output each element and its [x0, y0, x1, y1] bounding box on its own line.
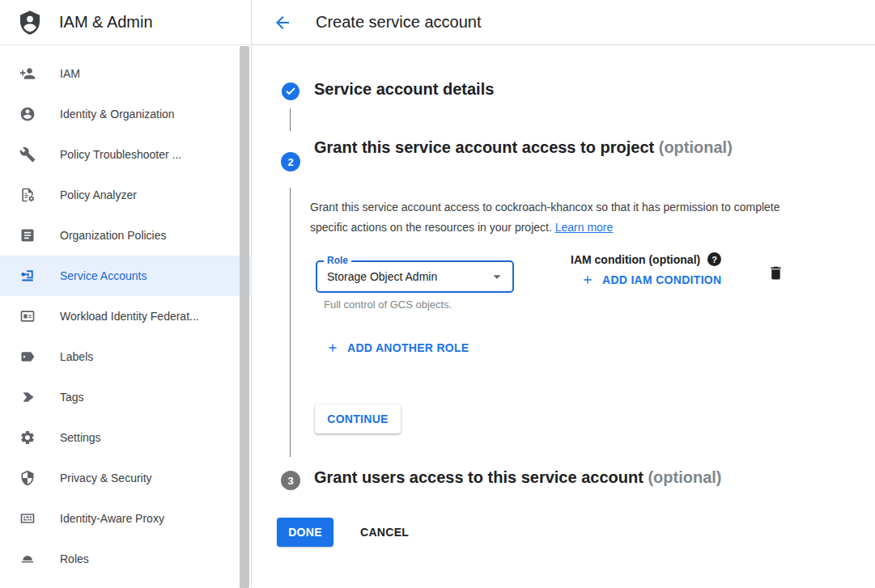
product-title: IAM & Admin [59, 13, 153, 32]
sidebar-item-organization-policies[interactable]: Organization Policies [0, 215, 251, 256]
label-tag-icon [19, 349, 36, 365]
role-helper-text: Full control of GCS objects. [324, 298, 452, 311]
iam-admin-shield-icon [17, 10, 43, 36]
sidebar-item-label: Service Accounts [60, 269, 147, 282]
sidebar-item-label: Roles [60, 552, 89, 565]
step2-optional-label: (optional) [659, 138, 733, 156]
sidebar-item-service-accounts[interactable]: Service Accounts [0, 256, 251, 296]
step3-number-badge: 3 [281, 471, 300, 490]
add-iam-condition-button[interactable]: ADD IAM CONDITION [581, 273, 721, 286]
step1-completed-check-icon [281, 82, 300, 101]
role-select-label: Role [324, 255, 351, 266]
shield-half-icon [19, 470, 36, 486]
sidebar-item-label: Identity & Organization [60, 108, 175, 121]
sidebar: IAM & Admin IAMIdentity & OrganizationPo… [0, 0, 252, 588]
arrow-left-icon [273, 23, 292, 35]
continue-button[interactable]: CONTINUE [315, 404, 401, 434]
sidebar-item-label: Policy Troubleshooter ... [60, 148, 181, 161]
sidebar-item-label: Privacy & Security [60, 472, 152, 484]
hard-hat-icon [19, 551, 36, 567]
account-circle-icon [19, 106, 36, 122]
sidebar-item-label: Workload Identity Federat... [60, 310, 199, 323]
stepper-connector [290, 188, 291, 457]
sidebar-item-policy-troubleshooter[interactable]: Policy Troubleshooter ... [0, 134, 251, 175]
add-iam-condition-label: ADD IAM CONDITION [602, 273, 721, 286]
sidebar-nav: IAMIdentity & OrganizationPolicy Trouble… [0, 45, 251, 579]
help-icon[interactable]: ? [707, 252, 721, 266]
step1-title[interactable]: Service account details [314, 80, 494, 99]
role-select[interactable]: Role Storage Object Admin [316, 260, 514, 293]
document-lines-icon [19, 227, 36, 243]
plus-icon [326, 341, 339, 354]
add-another-role-label: ADD ANOTHER ROLE [347, 341, 469, 354]
policy-analyzer-icon [19, 187, 36, 203]
step3-title-text: Grant users access to this service accou… [314, 468, 644, 486]
sidebar-item-identity-organization[interactable]: Identity & Organization [0, 94, 251, 134]
sidebar-item-label: Tags [60, 391, 84, 404]
page-title: Create service account [316, 13, 482, 32]
sidebar-item-privacy-security[interactable]: Privacy & Security [0, 458, 251, 498]
step3-title: Grant users access to this service accou… [314, 468, 873, 487]
step2-number-badge: 2 [281, 152, 300, 171]
learn-more-link[interactable]: Learn more [555, 221, 614, 234]
trash-icon [767, 272, 784, 284]
step2-title-text: Grant this service account access to pro… [314, 138, 654, 156]
sidebar-item-label: IAM [60, 67, 80, 80]
sidebar-item-label: Settings [60, 431, 101, 444]
proxy-wall-icon [19, 510, 36, 527]
add-another-role-button[interactable]: ADD ANOTHER ROLE [326, 341, 469, 354]
chevron-down-icon [488, 268, 506, 286]
sidebar-item-label: Policy Analyzer [60, 188, 137, 201]
sidebar-item-roles[interactable]: Roles [0, 539, 251, 579]
cancel-button[interactable]: CANCEL [360, 518, 409, 547]
step2-description-text: Grant this service account access to coc… [310, 201, 780, 234]
plus-icon [581, 273, 594, 286]
tag-arrow-icon [19, 389, 36, 405]
sidebar-item-policy-analyzer[interactable]: Policy Analyzer [0, 175, 251, 215]
done-button[interactable]: DONE [277, 518, 333, 547]
sidebar-scrollbar-thumb[interactable] [240, 46, 249, 588]
sidebar-item-iam[interactable]: IAM [0, 53, 251, 94]
step3-optional-label: (optional) [648, 468, 721, 486]
page-header: Create service account [252, 0, 875, 45]
iam-condition-label: IAM condition (optional) [571, 253, 700, 266]
sidebar-item-labels[interactable]: Labels [0, 336, 251, 377]
back-button[interactable] [273, 13, 292, 32]
iam-condition-header: IAM condition (optional) ? [571, 252, 721, 266]
wrench-icon [19, 146, 36, 163]
step2-title: Grant this service account access to pro… [314, 135, 779, 159]
step2-description: Grant this service account access to coc… [310, 197, 808, 238]
sidebar-item-label: Identity-Aware Proxy [60, 512, 164, 525]
sidebar-header: IAM & Admin [0, 0, 251, 45]
badge-card-icon [19, 308, 36, 324]
sidebar-item-identity-aware-proxy[interactable]: Identity-Aware Proxy [0, 498, 251, 539]
stepper-connector [290, 108, 291, 131]
sidebar-item-tags[interactable]: Tags [0, 377, 251, 417]
sidebar-item-label: Labels [60, 350, 93, 363]
gear-icon [19, 429, 36, 446]
service-account-key-icon [19, 268, 36, 284]
sidebar-item-settings[interactable]: Settings [0, 417, 251, 458]
create-service-account-form: Service account details 2 Grant this ser… [252, 45, 875, 588]
sidebar-item-workload-identity-federation[interactable]: Workload Identity Federat... [0, 296, 251, 336]
sidebar-item-label: Organization Policies [60, 229, 167, 242]
role-select-value: Storage Object Admin [327, 270, 437, 283]
delete-role-button[interactable] [767, 264, 784, 282]
person-add-icon [19, 66, 36, 82]
app-root: IAM & Admin IAMIdentity & OrganizationPo… [0, 0, 875, 588]
